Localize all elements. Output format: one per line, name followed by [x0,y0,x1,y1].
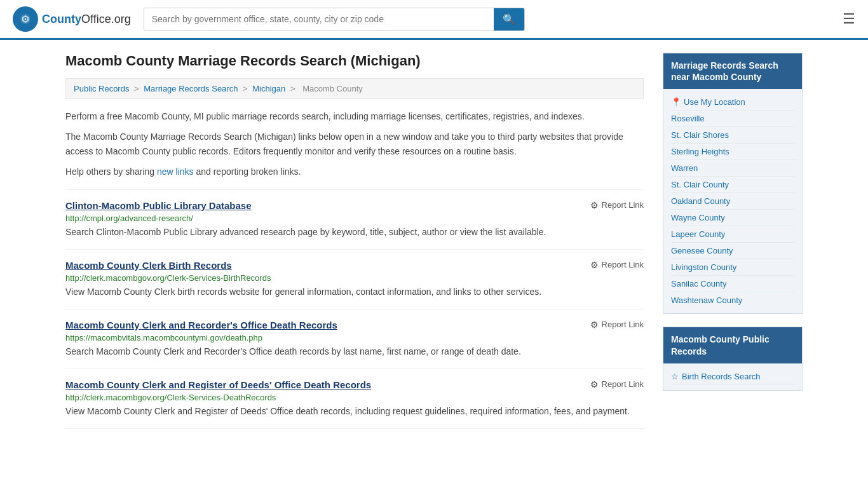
search-button[interactable]: 🔍 [494,8,524,30]
breadcrumb-michigan[interactable]: Michigan [252,84,285,93]
public-records-body: ☆Birth Records Search [663,363,802,390]
search-bar[interactable]: 🔍 [144,8,525,31]
record-desc-1: View Macomb County Clerk birth records w… [65,285,644,299]
report-label-2: Report Link [602,320,644,329]
main-container: Macomb County Marriage Records Search (M… [53,40,815,442]
record-url-2: https://macombvitals.macombcountymi.gov/… [65,333,644,342]
breadcrumb: Public Records > Marriage Records Search… [65,78,644,99]
description-3: Help others by sharing new links and rep… [65,165,644,179]
nearby-link-2[interactable]: Sterling Heights [671,144,794,160]
description-1: Perform a free Macomb County, MI public … [65,109,644,123]
nearby-link-0[interactable]: Roseville [671,111,794,127]
search-input[interactable] [144,8,494,30]
breadcrumb-marriage-records[interactable]: Marriage Records Search [144,84,238,93]
sidebar: Marriage Records Search near Macomb Coun… [663,53,803,429]
nearby-section: Marriage Records Search near Macomb Coun… [663,53,803,314]
breadcrumb-public-records[interactable]: Public Records [74,84,129,93]
nearby-section-title: Marriage Records Search near Macomb Coun… [663,53,802,89]
nearby-link-6[interactable]: Wayne County [671,210,794,226]
record-desc-3: View Macomb County Clerk and Register of… [65,405,644,418]
nearby-links: RosevilleSt. Clair ShoresSterling Height… [671,111,794,308]
star-icon: ☆ [671,372,679,381]
record-title-1[interactable]: Macomb County Clerk Birth Records [65,260,232,271]
nearby-link-7[interactable]: Lapeer County [671,226,794,243]
record-title-2[interactable]: Macomb County Clerk and Recorder's Offic… [65,320,337,330]
record-entry: Clinton-Macomb Public Library Database ⚙… [65,189,644,250]
main-content: Macomb County Marriage Records Search (M… [65,53,644,429]
public-records-section: Macomb County Public Records ☆Birth Reco… [663,327,803,390]
header-right: ☰ [836,11,855,27]
record-entry: Macomb County Clerk and Recorder's Offic… [65,309,644,369]
record-entry: Macomb County Clerk and Register of Deed… [65,369,644,429]
report-icon-1: ⚙ [590,260,599,270]
new-links-link[interactable]: new links [157,166,194,177]
nearby-link-1[interactable]: St. Clair Shores [671,127,794,144]
nearby-link-4[interactable]: St. Clair County [671,177,794,193]
use-my-location-link[interactable]: Use My Location [684,97,745,107]
report-label-1: Report Link [602,260,644,269]
report-link-2[interactable]: ⚙ Report Link [590,320,644,330]
site-header: CountyOffice.org 🔍 ☰ [0,0,868,40]
nearby-link-8[interactable]: Genesee County [671,243,794,259]
nearby-link-9[interactable]: Livingston County [671,259,794,276]
report-label-3: Report Link [602,379,644,389]
record-title-0[interactable]: Clinton-Macomb Public Library Database [65,200,252,211]
logo-icon [13,6,38,32]
nearby-link-5[interactable]: Oakland County [671,193,794,210]
public-records-title: Macomb County Public Records [663,327,802,363]
report-link-3[interactable]: ⚙ Report Link [590,379,644,390]
report-link-0[interactable]: ⚙ Report Link [590,200,644,210]
svg-point-3 [25,18,27,20]
nearby-link-10[interactable]: Sanilac County [671,276,794,292]
report-icon-0: ⚙ [590,200,599,210]
nearby-link-3[interactable]: Warren [671,160,794,177]
report-icon-2: ⚙ [590,320,599,330]
logo[interactable]: CountyOffice.org [13,6,131,32]
public-records-link-0[interactable]: ☆Birth Records Search [671,369,794,385]
nearby-link-11[interactable]: Washtenaw County [671,292,794,308]
record-url-0: http://cmpl.org/advanced-research/ [65,214,644,223]
search-icon: 🔍 [503,14,515,25]
record-url-1: http://clerk.macombgov.org/Clerk-Service… [65,273,644,283]
record-title-3[interactable]: Macomb County Clerk and Register of Deed… [65,379,371,390]
breadcrumb-current: Macomb County [302,84,363,93]
report-label-0: Report Link [602,200,644,210]
nearby-section-body: 📍 Use My Location RosevilleSt. Clair Sho… [663,89,802,313]
record-list: Clinton-Macomb Public Library Database ⚙… [65,189,644,429]
report-link-1[interactable]: ⚙ Report Link [590,260,644,270]
record-desc-2: Search Macomb County Clerk and Recorder'… [65,345,644,358]
public-records-links: ☆Birth Records Search [671,369,794,385]
description-2: The Macomb County Marriage Records Searc… [65,130,644,158]
location-icon: 📍 [671,97,681,107]
use-location-row: 📍 Use My Location [671,94,794,111]
record-entry: Macomb County Clerk Birth Records ⚙ Repo… [65,250,644,309]
record-url-3: http://clerk.macombgov.org/Clerk-Service… [65,393,644,402]
logo-text: CountyOffice.org [42,13,131,26]
report-icon-3: ⚙ [590,379,599,390]
menu-icon[interactable]: ☰ [843,11,855,27]
page-title: Macomb County Marriage Records Search (M… [65,53,644,69]
record-desc-0: Search Clinton-Macomb Public Library adv… [65,226,644,239]
